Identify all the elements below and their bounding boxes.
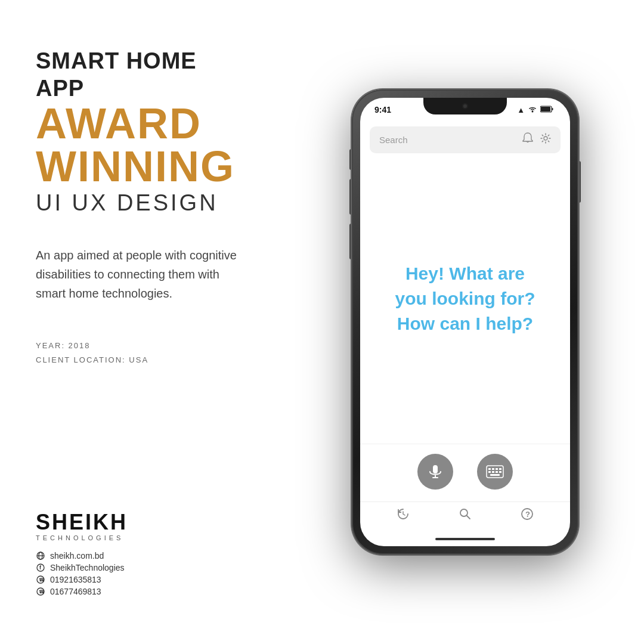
search-icon[interactable] xyxy=(458,507,472,525)
app-content: 9:41 ▲ xyxy=(360,98,570,546)
bottom-action-buttons xyxy=(360,444,570,499)
mic-button[interactable] xyxy=(417,454,453,490)
svg-rect-18 xyxy=(488,468,491,470)
phone1-text: 01921635813 xyxy=(50,575,101,584)
svg-rect-24 xyxy=(496,471,498,473)
svg-rect-20 xyxy=(496,468,498,470)
search-action-icons xyxy=(522,132,551,147)
notification-bell-icon[interactable] xyxy=(522,132,533,147)
contact-website: sheikh.com.bd xyxy=(36,551,250,561)
title-award: AWARD xyxy=(36,102,250,145)
svg-rect-12 xyxy=(552,108,553,110)
search-bar[interactable]: Search xyxy=(370,126,561,153)
svg-rect-11 xyxy=(541,107,550,112)
settings-gear-icon[interactable] xyxy=(540,133,551,147)
facebook-icon: f xyxy=(36,563,45,572)
brand-subtitle: TECHNOLOGIES xyxy=(36,534,250,541)
meta-section: YEAR: 2018 CLIENT LOCATION: USA xyxy=(36,339,250,367)
status-time: 9:41 xyxy=(374,105,391,114)
wifi-icon xyxy=(528,106,537,114)
svg-rect-19 xyxy=(492,468,494,470)
help-icon[interactable]: ? xyxy=(520,507,534,525)
svg-point-13 xyxy=(544,137,547,140)
svg-rect-23 xyxy=(492,471,494,473)
svg-text:?: ? xyxy=(525,510,530,519)
svg-rect-14 xyxy=(433,465,438,473)
svg-line-28 xyxy=(467,516,470,519)
contact-phone2: ☎ 01677469813 xyxy=(36,587,250,596)
left-panel: SMART HOME APP AWARD WINNING UI UX DESIG… xyxy=(0,0,286,644)
bottom-section: SHEiKH TECHNOLOGIES sheikh.com.bd xyxy=(36,512,250,596)
phone-icon-1: ☎ xyxy=(36,575,45,584)
globe-icon xyxy=(36,551,45,561)
signal-icon: ▲ xyxy=(517,106,525,114)
status-icons: ▲ xyxy=(517,106,553,114)
chat-area: Hey! What are you looking for? How can I… xyxy=(360,153,570,444)
battery-icon xyxy=(540,106,553,114)
brand-logo: SHEiKH TECHNOLOGIES xyxy=(36,512,250,541)
phone2-text: 01677469813 xyxy=(50,587,101,596)
contact-facebook: f SheikhTechnologies xyxy=(36,563,250,572)
keyboard-button[interactable] xyxy=(477,454,513,490)
svg-point-27 xyxy=(460,509,467,516)
svg-rect-26 xyxy=(490,474,500,476)
svg-point-9 xyxy=(532,110,534,112)
search-placeholder-text: Search xyxy=(379,135,408,145)
svg-rect-25 xyxy=(499,471,501,473)
year-label: YEAR: 2018 xyxy=(36,339,250,352)
contact-list: sheikh.com.bd f SheikhTechnologies xyxy=(36,551,250,596)
home-indicator xyxy=(435,538,495,540)
phone-notch xyxy=(423,98,507,114)
contact-phone1: ☎ 01921635813 xyxy=(36,575,250,584)
svg-rect-22 xyxy=(488,471,491,473)
title-smart-home: SMART HOME APP xyxy=(36,48,250,102)
app-description: An app aimed at people with cognitive di… xyxy=(36,246,250,303)
power-button xyxy=(578,161,581,203)
phone-screen: 9:41 ▲ xyxy=(360,98,570,546)
chat-message: Hey! What are you looking for? How can I… xyxy=(395,261,535,336)
history-icon[interactable] xyxy=(396,507,410,525)
facebook-text: SheikhTechnologies xyxy=(50,563,125,572)
brand-name: SHEiKH xyxy=(36,512,250,533)
client-label: CLIENT LOCATION: USA xyxy=(36,353,250,367)
svg-text:☎: ☎ xyxy=(39,577,45,583)
title-uiux: UI UX DESIGN xyxy=(36,190,250,216)
svg-text:☎: ☎ xyxy=(39,589,45,595)
right-panel: 9:41 ▲ xyxy=(286,0,644,644)
phone-mockup: 9:41 ▲ xyxy=(352,89,578,555)
title-winning: WINNING xyxy=(36,145,250,188)
front-camera xyxy=(462,103,468,109)
phone-icon-2: ☎ xyxy=(36,587,45,596)
svg-text:f: f xyxy=(39,565,42,571)
svg-rect-21 xyxy=(499,468,501,470)
bottom-navigation: ? xyxy=(360,501,570,534)
website-text: sheikh.com.bd xyxy=(50,551,104,561)
top-section: SMART HOME APP AWARD WINNING UI UX DESIG… xyxy=(36,48,250,367)
